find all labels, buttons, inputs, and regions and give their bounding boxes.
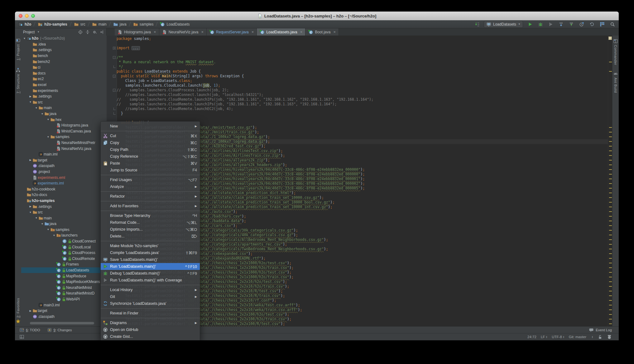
menu-item-delete-[interactable]: Delete...⌦ [101, 233, 200, 240]
tree-expanded-arrow[interactable]: ▼ [22, 37, 26, 40]
vcs-branch-select[interactable]: Git: master [569, 335, 586, 339]
tree-expanded-arrow[interactable]: ▼ [34, 107, 38, 109]
tab-RequestServer.java[interactable]: CRequestServer.java× [207, 28, 257, 36]
close-tab-icon[interactable]: × [154, 30, 156, 34]
caret-position[interactable]: 24:72 [527, 335, 536, 339]
menu-item-cut[interactable]: Cut⌘X [101, 132, 200, 139]
tree-item-.settings[interactable]: .settings [21, 47, 107, 53]
target-icon[interactable] [78, 30, 83, 35]
close-window-button[interactable] [19, 14, 22, 18]
tree-collapsed-arrow[interactable]: ▶ [28, 159, 32, 161]
search-icon[interactable] [609, 21, 616, 27]
zoom-window-button[interactable] [31, 14, 35, 18]
run-icon[interactable] [527, 21, 533, 27]
tree-item-bench[interactable]: bench [21, 53, 107, 59]
menu-item-copy-reference[interactable]: Copy Reference⌥⇧⌘C [101, 153, 200, 160]
tree-item-src[interactable]: ▼src [21, 99, 107, 105]
tree-item-Histograms.java[interactable]: Histograms.java [21, 122, 107, 128]
tree-item-excel[interactable]: excel [21, 82, 107, 88]
tree-horizontal-scrollbar[interactable] [30, 322, 94, 324]
hector-inspections-icon[interactable] [607, 334, 612, 339]
unlock-icon[interactable] [598, 334, 603, 339]
tool-button-changes[interactable]: 9: Changes [47, 328, 72, 333]
gear-icon[interactable] [92, 30, 97, 35]
tree-item-.classpath[interactable]: .classpath [21, 163, 107, 169]
tree-expanded-arrow[interactable]: ▼ [40, 113, 44, 115]
close-tab-icon[interactable]: × [252, 30, 254, 34]
tool-button-project[interactable]: 1: Project [15, 38, 21, 60]
tree-item-samples[interactable]: ▼samples [21, 134, 107, 140]
tree-item-main.iml[interactable]: JImain.iml [21, 151, 107, 157]
menu-item-copy[interactable]: Copy⌘C [101, 139, 200, 146]
pin-icon[interactable] [99, 30, 104, 35]
menu-item-optimize-imports-[interactable]: Optimize Imports...⌥⌘O [101, 226, 200, 233]
toolwindow-grid-icon[interactable] [19, 334, 24, 339]
menu-item-create-gist-[interactable]: Create Gist... [101, 333, 200, 340]
menu-item-browse-type-hierarchy[interactable]: Browse Type Hierarchy^H [101, 212, 200, 219]
tree-item-NeuralNetViz.java[interactable]: NeuralNetViz.java [21, 146, 107, 151]
undo-icon[interactable] [589, 21, 595, 27]
tree-item-.classpath[interactable]: .classpath [21, 314, 107, 320]
history-icon[interactable] [579, 21, 585, 27]
menu-item-reveal-in-finder[interactable]: Reveal in Finder [101, 310, 200, 317]
close-tab-icon[interactable]: × [333, 30, 336, 34]
menu-item-new[interactable]: New▶ [101, 123, 200, 130]
menu-item-jump-to-source[interactable]: Jump to SourceF4 [101, 167, 200, 174]
tree-expanded-arrow[interactable]: ▼ [46, 118, 50, 121]
project-panel-header[interactable]: Project ▼ [15, 28, 107, 36]
tree-item-CloudProcess[interactable]: CCloudProcess [21, 250, 107, 256]
tree-item-NeuralNetMnist[interactable]: CNeuralNetMnist [21, 285, 107, 291]
encoding-select[interactable]: UTF-8▲▼ [552, 335, 564, 339]
tree-item-.settings[interactable]: ▶.settings [21, 93, 107, 99]
tool-button-favorites[interactable]: 2: Favorites [15, 298, 21, 324]
collapse-icon[interactable] [85, 30, 90, 35]
tree-item-.settings[interactable]: ▶.settings [21, 204, 107, 209]
menu-item-reformat-code-[interactable]: Reformat Code...⌥⌘L [101, 219, 200, 226]
project-tree-panel[interactable]: ▼h2o (~/Source/h2o).idea.settingsbenchbe… [21, 36, 107, 326]
tree-item-.idea[interactable]: .idea [21, 41, 107, 47]
tree-collapsed-arrow[interactable]: ▶ [28, 309, 32, 312]
tree-item-launchers[interactable]: ▼launchers [21, 232, 107, 238]
tree-item-NeuralNetMnistD[interactable]: CNeuralNetMnistD [21, 290, 107, 296]
tree-item-experiments.eml[interactable]: experiments.eml [21, 175, 107, 180]
menu-item-analyze[interactable]: Analyze▶ [101, 183, 200, 190]
tree-item-h2o-docs[interactable]: h2o-docs [21, 192, 107, 198]
tree-item-MapReduceKMeans[interactable]: CMapReduceKMeans [21, 279, 107, 285]
tree-item-ci[interactable]: ci [21, 65, 107, 70]
tree-expanded-arrow[interactable]: ▼ [34, 217, 38, 219]
tool-button-commander[interactable]: Commander [612, 39, 619, 65]
vcs-update-icon[interactable]: VCS [558, 21, 564, 27]
tab-LoadDatasets.java[interactable]: CLoadDatasets.java× [257, 28, 305, 36]
breadcrumb-h2o-samples[interactable]: h2o-samples [38, 22, 67, 27]
tree-item-target[interactable]: ▶target [21, 157, 107, 163]
tree-item-java[interactable]: ▼java [21, 221, 107, 227]
tree-expanded-arrow[interactable]: ▼ [46, 136, 50, 138]
tree-item-h2o-samples[interactable]: h2o-samples [21, 198, 107, 204]
tree-item-src[interactable]: ▼src [21, 209, 107, 215]
error-stripe[interactable] [608, 36, 612, 326]
tree-item-.project[interactable]: .project [21, 169, 107, 175]
tool-button-todo[interactable]: 6: TODO [19, 328, 40, 333]
tree-item-MapReduce[interactable]: CMapReduce [21, 273, 107, 279]
menu-item-make-module-h2o-samples-[interactable]: Make Module 'h2o-samples' [101, 242, 200, 249]
tree-item-CloudRemote[interactable]: CCloudRemote [21, 256, 107, 262]
tree-item-MnistCanvas.java[interactable]: MnistCanvas.java [21, 128, 107, 134]
event-log-button[interactable]: Event Log [589, 328, 612, 333]
menu-item-run-loaddatasets-main-with-coverage[interactable]: Run 'LoadDatasets.main()' with Coverage [101, 277, 200, 284]
menu-item-copy-path[interactable]: Copy Path⇧⌘C [101, 146, 200, 153]
tree-item-ec2[interactable]: ec2 [21, 76, 107, 82]
tab-Histograms.java[interactable]: Histograms.java× [115, 28, 159, 36]
menu-item-git[interactable]: Git▶ [101, 293, 200, 300]
tree-item-experiments[interactable]: experiments [21, 88, 107, 93]
menu-item-add-to-favorites[interactable]: Add to Favorites▶ [101, 203, 200, 209]
tree-item-docs[interactable]: docs [21, 70, 107, 76]
breadcrumb-LoadDatasets[interactable]: CLoadDatasets [160, 22, 190, 27]
tree-item-target[interactable]: ▶target [21, 308, 107, 314]
tree-item-hex[interactable]: ▼hex [21, 117, 107, 122]
tree-item-main3.iml[interactable]: JImain3.iml [21, 302, 107, 308]
line-separator-select[interactable]: LF▲▼ [541, 335, 547, 339]
tree-collapsed-arrow[interactable]: ▶ [28, 95, 32, 98]
tree-item-main[interactable]: ▼main [21, 105, 107, 111]
changelist-icon[interactable]: 011001 [475, 22, 480, 27]
breadcrumb-main[interactable]: main [92, 22, 107, 27]
